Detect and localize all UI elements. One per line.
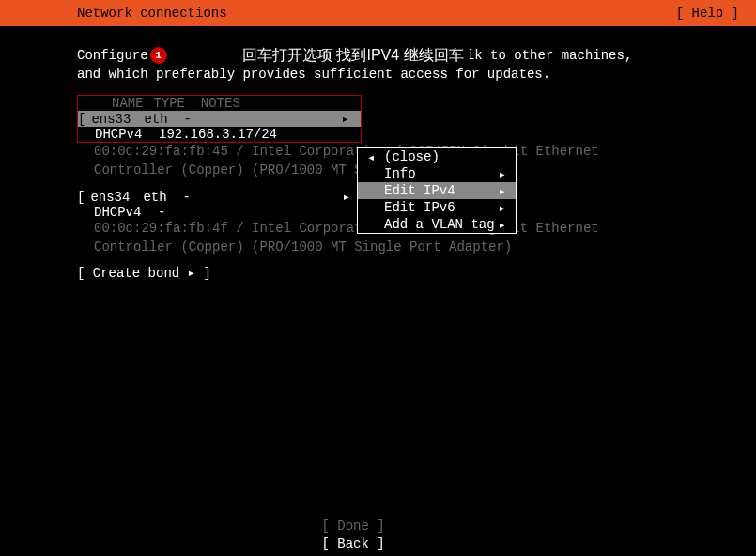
chevron-right-icon: ▸ xyxy=(499,183,506,199)
bottom-buttons: [ Done ] [ Back ] xyxy=(0,517,756,556)
bracket-left: [ xyxy=(78,112,85,127)
menu-label: Add a VLAN tag xyxy=(384,217,495,232)
create-bond-button[interactable]: [ Create bond ▸ ] xyxy=(77,265,679,281)
menu-item-edit-ipv4[interactable]: Edit IPv4 ▸ xyxy=(358,182,516,199)
iface-type: eth xyxy=(143,190,182,205)
chevron-right-icon: ▸ xyxy=(499,200,506,216)
col-header-name: NAME xyxy=(95,96,146,111)
help-button[interactable]: [ Help ] xyxy=(676,6,739,21)
intro-line2: and which preferably provides sufficient… xyxy=(77,66,679,85)
menu-item-add-vlan[interactable]: Add a VLAN tag ▸ xyxy=(358,216,516,233)
table-header-row: NAME TYPE NOTES xyxy=(78,96,361,111)
menu-label: (close) xyxy=(384,149,440,164)
highlighted-interface-box: NAME TYPE NOTES [ ens33 eth - ▸ DHCPv4 1… xyxy=(77,95,362,143)
done-button[interactable]: [ Done ] xyxy=(322,517,435,536)
dhcp-ip: - xyxy=(158,205,165,220)
col-header-type: TYPE xyxy=(153,96,193,111)
iface-name: ens33 xyxy=(85,112,144,127)
iface-type: eth xyxy=(144,112,183,127)
chevron-right-icon: ▸ xyxy=(342,111,357,127)
menu-label: Info xyxy=(384,166,416,181)
iface-notes: - xyxy=(182,190,190,205)
titlebar: Network connections [ Help ] xyxy=(0,0,756,26)
dhcp-label: DHCPv4 xyxy=(95,127,159,142)
chevron-right-icon: ▸ xyxy=(499,217,506,233)
bracket-left: [ xyxy=(77,190,85,205)
interface-row-ens33[interactable]: [ ens33 eth - ▸ xyxy=(78,111,361,127)
annotation-text: 回车打开选项 找到IPV4 继续回车 xyxy=(237,43,470,68)
iface-name: ens34 xyxy=(85,190,143,205)
dhcp-row-ens33: DHCPv4 192.168.3.17/24 xyxy=(78,127,361,142)
dhcp-label: DHCPv4 xyxy=(94,205,158,220)
back-button[interactable]: [ Back ] xyxy=(322,535,435,554)
interface-row-ens34[interactable]: [ ens34 eth - ▸ ] xyxy=(77,189,362,205)
chevron-right-icon: ▸ xyxy=(343,189,358,205)
dhcp-ip: 192.168.3.17/24 xyxy=(159,127,277,142)
annotation-badge: 1 xyxy=(150,47,167,64)
menu-item-close[interactable]: ◂ (close) xyxy=(358,148,516,165)
chevron-right-icon: ▸ xyxy=(499,166,506,182)
col-header-notes: NOTES xyxy=(201,96,240,111)
menu-item-edit-ipv6[interactable]: Edit IPv6 ▸ xyxy=(358,199,516,216)
menu-label: Edit IPv4 xyxy=(384,183,455,198)
menu-item-info[interactable]: Info ▸ xyxy=(358,165,516,182)
intro-text: Configure1 回车打开选项 找到IPV4 继续回车 at least o… xyxy=(77,47,679,84)
context-menu: ◂ (close) Info ▸ Edit IPv4 ▸ Edit IPv6 ▸… xyxy=(357,147,517,234)
menu-label: Edit IPv6 xyxy=(384,200,455,215)
chevron-left-icon: ◂ xyxy=(367,149,375,165)
intro-line1a: Configure xyxy=(77,48,148,63)
titlebar-title: Network connections xyxy=(77,6,227,21)
iface-notes: - xyxy=(183,112,191,127)
